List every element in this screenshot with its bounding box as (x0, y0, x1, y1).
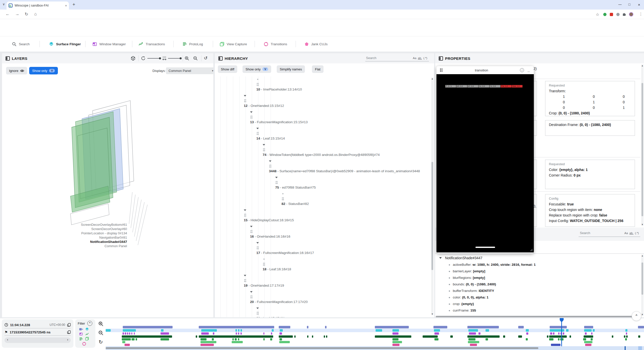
zoom-in-icon[interactable] (185, 56, 189, 61)
timeline-zoom-out-icon[interactable] (98, 330, 103, 335)
tree-node-74[interactable]: 74 - WindowToken{fdddbe6 type=2000 andro… (215, 142, 434, 158)
scroll-up-icon[interactable]: ▲ (641, 64, 643, 67)
resize-handle[interactable] (530, 248, 533, 251)
timeline-segment-protolog[interactable] (626, 335, 628, 338)
layer-label[interactable]: ScreenDecorOverlay#60 (91, 227, 127, 231)
timeline-segment-ime[interactable] (549, 338, 553, 340)
match-word-icon[interactable]: ab, (418, 57, 422, 60)
timeline-segment-surface-flinger[interactable] (280, 329, 283, 332)
timeline-segment-ime[interactable] (136, 338, 137, 340)
timeline-segment-surface-flinger[interactable] (238, 329, 239, 332)
tab-transactions[interactable]: Transactions (139, 36, 165, 52)
timeline-segment-transactions[interactable] (127, 332, 128, 335)
timeline-segment-protolog[interactable] (570, 335, 571, 338)
timeline-segment-window-manager[interactable] (518, 326, 524, 328)
prev-entry-button[interactable]: ‹ (7, 338, 8, 341)
timeline-segment-ime[interactable] (122, 338, 131, 340)
timeline-segment-ime[interactable] (270, 338, 272, 340)
browser-tab[interactable]: Winscope | sandbox-FAI × (7, 2, 69, 10)
tree-node-17[interactable]: 17 - FullscreenMagnification:16:16#17 (215, 240, 434, 256)
tab-protolog[interactable]: ProtoLog (183, 36, 203, 52)
tab-transitions[interactable]: Transitions (264, 36, 287, 52)
timeline-segment-window-manager[interactable] (199, 326, 274, 328)
tree-node-75[interactable]: 75 - ed70f88 StatusBar#75 (215, 174, 434, 191)
property-row[interactable]: crop: {empty} (435, 301, 641, 307)
match-case-icon[interactable]: Aa (413, 57, 416, 60)
timeline-segment-transactions[interactable] (236, 332, 237, 335)
property-row[interactable]: color: (0, 0, 0), alpha: 1 (435, 294, 641, 301)
scrollbar-thumb[interactable] (641, 83, 643, 216)
browser-menu-icon[interactable]: ⋮ (639, 12, 643, 16)
expand-arrow[interactable] (256, 128, 259, 129)
layer-label[interactable]: ScreenDecorOverlayBottom#61 (81, 223, 127, 227)
timeline-segment-transactions[interactable] (626, 332, 627, 335)
timeline-segment-surface-flinger[interactable] (240, 329, 242, 332)
timeline-zoom-in-icon[interactable] (98, 321, 103, 326)
timeline-segment-window-manager[interactable] (279, 326, 290, 328)
timeline-segment-view-capture[interactable] (232, 341, 243, 343)
tree-node-13[interactable]: 13 - FullscreenMagnification:15:15#13 (215, 109, 434, 125)
expand-arrow[interactable] (244, 209, 246, 211)
expand-arrow[interactable] (256, 308, 259, 309)
profile-avatar[interactable] (629, 12, 633, 17)
expand-arrow[interactable] (250, 111, 253, 113)
property-row[interactable]: bufferTransform: IDENTITY (435, 288, 641, 294)
timeline-segment-protolog[interactable] (549, 335, 567, 338)
timeline-segment-transactions[interactable] (134, 332, 135, 335)
horizontal-scrollbar[interactable] (436, 316, 634, 317)
timeline-segment-transitions[interactable] (470, 344, 477, 346)
hierarchy-scrollbar[interactable]: ▲ ▼ (431, 77, 433, 315)
timeline-segment-ime[interactable] (392, 338, 398, 340)
timeline-segment-surface-flinger[interactable] (625, 329, 627, 332)
timeline-segment-window-manager[interactable] (638, 326, 644, 328)
timeline-segment-surface-flinger[interactable] (526, 329, 529, 332)
timeline-segment-view-capture[interactable] (122, 341, 125, 343)
info-icon[interactable]: i (520, 68, 524, 72)
timeline-segment-surface-flinger[interactable] (584, 329, 592, 332)
timeline-segment-protolog[interactable] (423, 335, 438, 338)
ignore-button[interactable]: Ignore (6, 67, 27, 74)
timeline-segment-transactions[interactable] (125, 332, 126, 335)
timeline-segment-transactions[interactable] (469, 332, 476, 335)
timeline-minimap[interactable] (106, 346, 644, 350)
show-diff-button[interactable]: Show diff (218, 65, 237, 73)
timeline-segment-protolog[interactable] (467, 335, 500, 338)
tree-node-12[interactable]: 12 - OneHanded:15:15#12 (215, 93, 434, 109)
property-row[interactable]: barrierLayer: [empty] (435, 268, 641, 275)
timeline-segment-transactions[interactable] (526, 332, 528, 335)
copy-icon[interactable] (67, 323, 71, 327)
timeline-segment-protolog[interactable] (199, 335, 273, 338)
timeline-segment-transactions[interactable] (434, 332, 439, 335)
timeline-segment-surface-flinger[interactable] (566, 329, 569, 332)
scroll-down-icon[interactable]: ▼ (641, 313, 643, 316)
timeline-segment-transactions[interactable] (238, 332, 239, 335)
timeline-segment-view-capture[interactable] (584, 341, 592, 343)
timeline-segment-transactions[interactable] (129, 332, 130, 335)
bookmark-star-icon[interactable]: ☆ (596, 12, 599, 17)
current-layer-root[interactable]: NotificationShade#3447 (435, 254, 641, 261)
timeline-segment-transactions[interactable] (240, 332, 242, 335)
show-only-button[interactable]: Show onlyV (243, 65, 271, 73)
timeline-segment-transactions[interactable] (279, 332, 282, 335)
extensions-puzzle-icon[interactable] (622, 12, 626, 16)
timeline-segment-protolog[interactable] (307, 335, 308, 338)
property-row[interactable]: activeBuffer: w: 1080, h: 2400, stride: … (435, 261, 641, 268)
timeline-segment-ime[interactable] (558, 338, 559, 340)
tab-search[interactable]: Search (12, 36, 30, 52)
timeline-segment-transactions[interactable] (563, 332, 564, 335)
simplify-names-button[interactable]: Simplify names (277, 65, 305, 73)
expand-arrow[interactable] (256, 242, 259, 244)
timeline-segment-ime[interactable] (238, 338, 239, 340)
timeline-segment-protolog[interactable] (547, 335, 548, 338)
transitions-filter-icon[interactable] (82, 342, 86, 346)
timeline-segment-ime[interactable] (583, 338, 586, 340)
timeline-segment-transitions[interactable] (392, 344, 399, 346)
timeline-segment-transitions[interactable] (200, 344, 214, 346)
tab-window-manager[interactable]: Window Manager (93, 36, 126, 52)
human-time-field[interactable]: 11:04:14.228 UTC+00:00 (5, 322, 71, 328)
timeline-segment-transactions[interactable] (585, 332, 587, 335)
scrollbar-thumb[interactable] (431, 162, 433, 270)
timeline-cursor[interactable] (561, 319, 562, 346)
match-case-icon[interactable]: Aa (624, 232, 628, 235)
timeline-segment-window-manager[interactable] (584, 326, 593, 328)
